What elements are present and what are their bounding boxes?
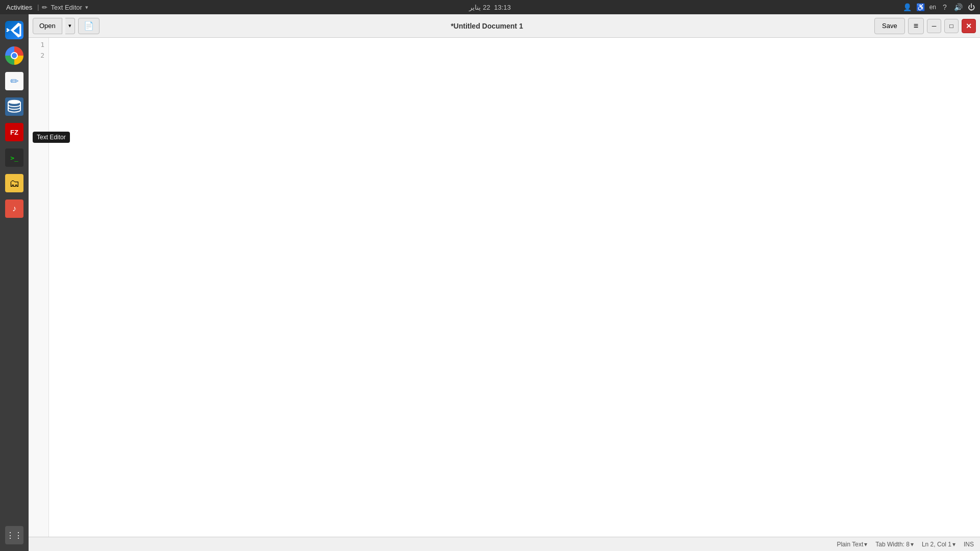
topbar-left: Activities | ✏ Text Editor ▾ <box>4 4 88 11</box>
menu-button[interactable]: ≡ <box>908 18 924 34</box>
tab-width-arrow: ▾ <box>911 541 914 548</box>
chrome-inner-circle <box>11 52 18 59</box>
save-button[interactable]: Save <box>874 18 905 34</box>
mode-label: INS <box>964 541 974 548</box>
topbar: Activities | ✏ Text Editor ▾ 13:13 22 ين… <box>0 0 980 14</box>
power-icon[interactable]: ⏻ <box>967 3 976 12</box>
sound-icon[interactable]: 🔊 <box>953 3 963 12</box>
chrome-icon <box>5 46 23 65</box>
minimize-icon: ─ <box>932 22 937 30</box>
main-area: ✏ Text Editor FZ >_ 🗂 <box>0 14 980 551</box>
sidebar-item-terminal[interactable]: >_ <box>3 146 26 169</box>
help-icon[interactable]: ? <box>940 3 949 12</box>
vscode-icon <box>5 21 23 39</box>
sidebar-item-vscode[interactable] <box>3 18 26 42</box>
user-icon[interactable]: 👤 <box>903 3 912 12</box>
sidebar-item-show-apps[interactable]: ⋮⋮ <box>3 523 26 547</box>
filezilla-icon: FZ <box>5 123 23 141</box>
minimize-button[interactable]: ─ <box>927 19 941 33</box>
position-label: Ln 2, Col 1 <box>922 541 951 548</box>
maximize-button[interactable]: □ <box>944 19 959 33</box>
terminal-icon: >_ <box>5 148 23 167</box>
tab-width-label: Tab Width: 8 <box>875 541 910 548</box>
line-number-1: 1 <box>40 40 44 51</box>
document-title: *Untitled Document 1 <box>103 22 871 30</box>
maximize-icon: □ <box>949 22 953 30</box>
sidebar-item-chrome[interactable] <box>3 44 26 67</box>
app-window: Open ▾ 📄 *Untitled Document 1 Save ≡ ─ □… <box>29 14 980 551</box>
sidebar-item-music[interactable]: ♪ <box>3 197 26 220</box>
insert-mode: INS <box>964 541 974 548</box>
line-numbers: 1 2 <box>29 38 49 537</box>
topbar-app-menu-arrow[interactable]: ▾ <box>85 4 88 11</box>
position-arrow: ▾ <box>952 541 955 548</box>
topbar-time: 13:13 <box>494 4 511 11</box>
music-icon: ♪ <box>5 199 23 218</box>
plain-text-arrow: ▾ <box>864 541 867 548</box>
plain-text-selector[interactable]: Plain Text ▾ <box>837 541 867 548</box>
topbar-datetime: 13:13 22 يناير <box>469 4 510 11</box>
sidebar: ✏ Text Editor FZ >_ 🗂 <box>0 14 29 551</box>
topbar-app-icon: ✏ <box>42 4 47 11</box>
editor-container: 1 2 <box>29 38 980 537</box>
editor-content[interactable] <box>49 38 980 537</box>
close-button[interactable]: ✕ <box>962 19 976 33</box>
topbar-app-title: Text Editor <box>51 4 82 11</box>
new-document-button[interactable]: 📄 <box>78 18 100 34</box>
topbar-date: 22 يناير <box>469 4 490 11</box>
svg-point-0 <box>8 100 20 104</box>
sidebar-item-texteditor[interactable]: ✏ Text Editor <box>3 69 26 93</box>
texteditor-icon: ✏ <box>5 72 23 90</box>
activities-button[interactable]: Activities <box>4 4 34 11</box>
tab-width-selector[interactable]: Tab Width: 8 ▾ <box>875 541 914 548</box>
close-icon: ✕ <box>966 22 972 30</box>
topbar-right: 👤 ♿ en ? 🔊 ⏻ <box>903 3 976 12</box>
show-apps-icon: ⋮⋮ <box>5 526 23 544</box>
statusbar: Plain Text ▾ Tab Width: 8 ▾ Ln 2, Col 1 … <box>29 537 980 551</box>
sidebar-bottom: ⋮⋮ <box>3 523 26 551</box>
open-dropdown-button[interactable]: ▾ <box>65 18 75 34</box>
database-icon <box>5 97 23 116</box>
sidebar-item-files[interactable]: 🗂 <box>3 171 26 195</box>
sidebar-item-filezilla[interactable]: FZ <box>3 120 26 144</box>
plain-text-label: Plain Text <box>837 541 863 548</box>
files-icon: 🗂 <box>5 174 23 192</box>
accessibility-icon[interactable]: ♿ <box>916 3 925 12</box>
line-number-2: 2 <box>40 51 44 61</box>
new-doc-icon: 📄 <box>84 21 94 31</box>
sidebar-item-database[interactable] <box>3 95 26 118</box>
open-button[interactable]: Open <box>33 18 62 34</box>
language-indicator[interactable]: en <box>929 4 936 11</box>
cursor-position[interactable]: Ln 2, Col 1 ▾ <box>922 541 955 548</box>
headerbar: Open ▾ 📄 *Untitled Document 1 Save ≡ ─ □… <box>29 14 980 38</box>
